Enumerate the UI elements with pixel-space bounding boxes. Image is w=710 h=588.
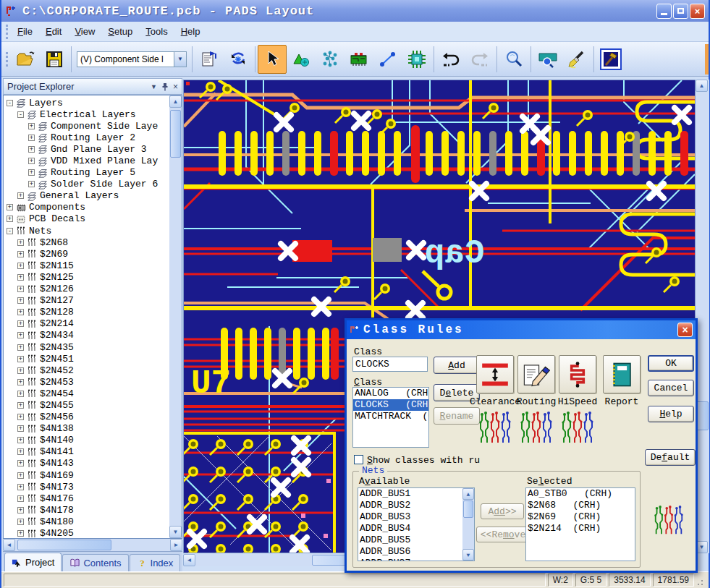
tree-expander[interactable]: + [17, 274, 24, 281]
tree-item[interactable]: + $2N434 [4, 330, 169, 341]
tree-expander[interactable]: + [17, 437, 24, 443]
available-net-item[interactable]: ADDR_BUS7 [358, 558, 462, 561]
tree-item[interactable]: + General Layers [4, 190, 169, 202]
tree-expander[interactable]: + [28, 135, 35, 141]
menu-item[interactable]: Setup [101, 23, 139, 40]
menu-item[interactable]: File [11, 23, 39, 40]
help-button[interactable]: Help [648, 406, 694, 422]
zoom-window-button[interactable] [533, 45, 562, 74]
tree-item[interactable]: + $2N455 [4, 399, 169, 411]
tree-expander[interactable]: + [17, 251, 24, 257]
save-button[interactable] [40, 45, 69, 74]
tree-expander[interactable]: + [17, 332, 24, 338]
scroll-left-icon[interactable]: ◄ [3, 539, 15, 551]
properties-button[interactable] [195, 45, 224, 74]
tree-expander[interactable]: + [17, 192, 24, 199]
tree-expander[interactable]: - [17, 111, 24, 118]
dialog-close-button[interactable]: × [677, 323, 693, 337]
available-net-item[interactable]: ADDR_BUS5 [358, 534, 462, 546]
tree-expander[interactable]: + [28, 146, 35, 153]
tree-expander[interactable]: + [17, 391, 24, 397]
tree-hscroll-thumb[interactable] [17, 540, 111, 550]
tree-item[interactable]: + Components [4, 202, 169, 213]
show-classes-checkbox-row[interactable]: Show classes with ru [354, 455, 480, 466]
available-scrollbar[interactable]: ▲ ▼ [462, 488, 474, 561]
tree-expander[interactable]: + [7, 204, 13, 210]
tree-expander[interactable]: + [17, 507, 24, 514]
rename-class-button[interactable]: Rename [434, 407, 480, 425]
tree-expander[interactable]: + [17, 297, 24, 304]
tree-expander[interactable]: + [17, 344, 24, 351]
remove-nets-button[interactable]: <<Remove [476, 527, 530, 542]
class-list-item[interactable]: CLOCKS (CRH) [353, 399, 428, 411]
available-net-item[interactable]: ADDR_BUS1 [358, 488, 462, 500]
scroll-up-icon[interactable]: ▲ [169, 95, 182, 108]
available-net-item[interactable]: ADDR_BUS6 [358, 546, 462, 558]
tree-item[interactable]: + VDD Mixed Plane Lay [4, 155, 169, 166]
format-painter-button[interactable] [562, 45, 591, 74]
tree-item[interactable]: + $2N435 [4, 341, 169, 353]
tree-expander[interactable]: + [17, 367, 24, 374]
selected-net-item[interactable]: $2N69 (CRH) [526, 511, 635, 523]
tree-item[interactable]: + PCB Decals [4, 213, 169, 225]
tree-expander[interactable]: + [28, 123, 35, 129]
menu-item[interactable]: View [68, 23, 101, 40]
board-button[interactable] [345, 45, 373, 74]
minimize-button[interactable] [656, 4, 672, 19]
class-listbox[interactable]: ANALOG (CRH)CLOCKS (CRH)MATCHTRACK (CR [352, 387, 429, 448]
verify-design-button[interactable] [287, 45, 316, 74]
tree-item[interactable]: + $2N456 [4, 412, 169, 423]
available-scroll-thumb[interactable] [463, 500, 473, 518]
tree-item[interactable]: + $4N205 [4, 527, 169, 538]
tree-item[interactable]: + Solder Side Layer 6 [4, 179, 169, 190]
menu-item[interactable]: Edit [39, 23, 68, 40]
tree-item[interactable]: + $2N452 [4, 365, 169, 376]
tree-expander[interactable]: + [17, 320, 24, 327]
tree-item[interactable]: + Gnd Plane Layer 3 [4, 143, 169, 155]
menu-grip[interactable] [6, 25, 8, 39]
scroll-up-icon[interactable]: ▲ [696, 80, 708, 92]
tree-expander[interactable]: + [7, 216, 13, 222]
tree-item[interactable]: + $2N454 [4, 388, 169, 399]
close-button[interactable]: × [690, 4, 705, 19]
tools-window-button[interactable] [596, 45, 625, 74]
panel-menu-icon[interactable]: ▼ [151, 83, 157, 90]
tree-expander[interactable]: + [17, 530, 24, 537]
tree-expander[interactable]: + [17, 379, 24, 385]
selected-net-item[interactable]: A0_STB0 (CRH) [526, 488, 635, 500]
cancel-button[interactable]: Cancel [648, 380, 694, 396]
scroll-down-icon[interactable]: ▼ [462, 549, 474, 561]
scroll-left-icon[interactable]: ◄ [183, 554, 195, 566]
tree-expander[interactable]: + [17, 402, 24, 409]
menu-item[interactable]: Help [174, 23, 207, 40]
tree-expander[interactable]: - [7, 100, 13, 106]
tree-expander[interactable]: + [28, 181, 35, 187]
select-tool-button[interactable] [258, 45, 287, 74]
tree-item[interactable]: + $2N453 [4, 376, 169, 388]
tree-expander[interactable]: + [17, 263, 24, 269]
tree-expander[interactable]: + [28, 169, 35, 176]
tree-expander[interactable]: + [17, 484, 24, 490]
tree-item[interactable]: - Nets [4, 225, 169, 237]
tree-item[interactable]: + $2N126 [4, 284, 169, 295]
tree-expander[interactable]: + [17, 425, 24, 432]
rule-button[interactable] [517, 355, 555, 393]
tree-item[interactable]: + Routing Layer 2 [4, 132, 169, 143]
rule-button[interactable] [559, 355, 596, 393]
ok-button[interactable]: OK [648, 355, 694, 372]
measure-button[interactable] [373, 45, 402, 74]
redraw-button[interactable] [224, 45, 253, 74]
tree-item[interactable]: + $2N68 [4, 237, 169, 248]
panel-close-icon[interactable]: × [173, 82, 178, 92]
resize-grip[interactable] [696, 574, 706, 587]
available-net-item[interactable]: ADDR_BUS4 [358, 523, 462, 534]
default-button[interactable]: Default [645, 449, 696, 466]
tree-item[interactable]: + $2N69 [4, 248, 169, 260]
canvas-vscroll-thumb[interactable] [696, 401, 709, 430]
tree-scroll-thumb[interactable] [170, 110, 181, 158]
scroll-right-icon[interactable]: ► [170, 539, 182, 551]
tree-expander[interactable]: + [17, 495, 24, 502]
tree-expander[interactable]: + [17, 356, 24, 362]
rule-button[interactable] [476, 355, 514, 393]
add-nets-button[interactable]: Add>> [481, 503, 524, 519]
